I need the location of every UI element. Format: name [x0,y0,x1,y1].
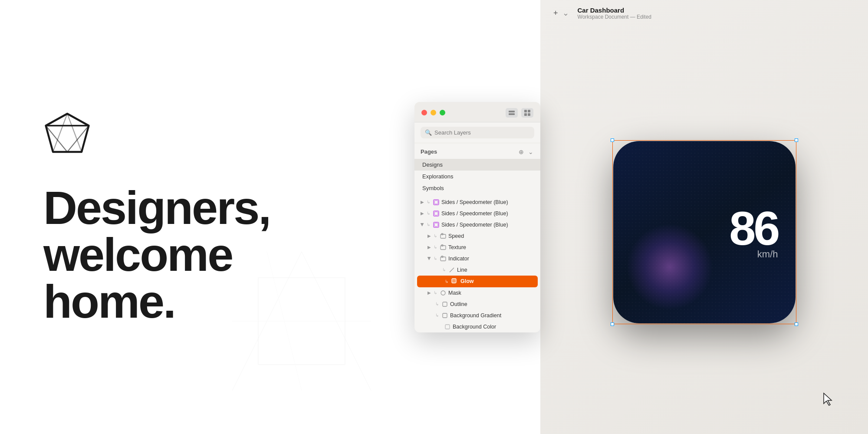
left-section: Designers, welcome home. [0,0,414,434]
canvas-area: 86 km/h [540,30,868,434]
svg-rect-22 [434,201,438,204]
svg-rect-36 [443,302,447,306]
chevron-icon: ▶ [427,245,431,250]
svg-line-5 [67,114,89,126]
layer-label: Sides / Speedometer (Blue) [441,210,508,217]
outline-icon [441,301,448,308]
handle-tl[interactable] [611,138,614,142]
file-info: Car Dashboard Workspace Document — Edite… [578,7,652,20]
app-topbar: + ⌄ Car Dashboard Workspace Document — E… [540,0,868,26]
page-item-explorations[interactable]: Explorations [414,171,540,182]
file-name: Car Dashboard [578,7,652,14]
chevron-icon: ▶ [427,233,431,238]
chevron-down-icon[interactable]: ⌄ [562,8,569,18]
search-input-wrapper[interactable]: 🔍 [421,127,534,138]
chevron-icon: ▶ [420,223,425,227]
decorative-lines [232,252,371,391]
svg-point-35 [441,291,445,295]
layer-artboard-1[interactable]: ▶ ↳ Sides / Speedometer (Blue) [414,197,540,208]
layer-label: Texture [448,244,466,250]
layer-label: Outline [450,301,467,307]
pages-section: Pages ⊕ ⌄ [414,143,540,159]
file-subtitle: Workspace Document — Edited [578,14,652,20]
close-button[interactable] [421,110,427,115]
svg-rect-24 [434,212,438,215]
speed-display: 86 km/h [729,204,778,260]
headline-line1: Designers, [43,184,371,231]
layer-label: Speed [448,233,464,239]
line-icon [448,266,455,273]
mouse-cursor [823,392,833,408]
sketch-window: 🔍 Pages ⊕ ⌄ Designs Explorations Symbols… [414,102,540,332]
layer-label: Mask [448,290,461,296]
artboard-icon [433,221,440,228]
layer-label: Sides / Speedometer (Blue) [441,222,508,228]
rectangle-empty-icon [444,323,451,330]
pages-list: Designs Explorations Symbols [414,159,540,197]
sketch-logo [43,109,371,158]
svg-rect-26 [434,223,438,227]
layer-label: Background Gradient [450,312,501,319]
layer-speed[interactable]: ▶ ↳ Speed [414,230,540,242]
artboard-icon [433,210,440,217]
add-page-button[interactable]: ⊕ [518,148,525,156]
svg-rect-20 [528,113,530,116]
dashboard-glow [626,224,713,310]
layer-label: Line [457,267,467,273]
group-icon [440,255,447,262]
page-item-designs[interactable]: Designs [414,159,540,171]
handle-tr[interactable] [795,138,798,142]
chevron-icon: ▶ [427,290,431,295]
layer-texture[interactable]: ▶ ↳ Texture [414,242,540,253]
speed-number: 86 [729,204,778,252]
group-icon [440,233,447,240]
layer-line[interactable]: ↳ Line [414,264,540,276]
layer-glow[interactable]: ↳ Glow [417,276,538,287]
right-section: + ⌄ Car Dashboard Workspace Document — E… [540,0,868,434]
layer-label: Background Color [453,324,496,330]
svg-rect-19 [524,113,527,116]
svg-rect-15 [509,111,515,112]
chevron-icon: ▶ [421,211,424,216]
maximize-button[interactable] [440,110,445,115]
layer-artboard-2[interactable]: ▶ ↳ Sides / Speedometer (Blue) [414,208,540,219]
layer-indicator[interactable]: ▶ ↳ Indicator [414,253,540,264]
search-input[interactable] [434,129,530,136]
svg-rect-34 [452,279,456,283]
window-grid-btn[interactable] [521,108,533,118]
page-item-symbols[interactable]: Symbols [414,182,540,194]
svg-line-4 [46,114,68,126]
layer-label: Glow [460,278,474,284]
group-icon [440,244,447,251]
rectangle-icon [441,312,448,319]
layer-bg-color[interactable]: Background Color [414,321,540,332]
car-dashboard: 86 km/h [613,141,796,323]
svg-rect-17 [524,110,527,112]
layer-mask[interactable]: ▶ ↳ Mask [414,287,540,299]
svg-rect-18 [528,110,530,112]
search-icon: 🔍 [425,129,432,136]
layer-bg-gradient[interactable]: ↳ Background Gradient [414,310,540,321]
window-layout-btn[interactable] [506,108,518,118]
chevron-icon: ▶ [421,200,424,204]
pages-label: Pages [421,148,437,155]
layer-outline[interactable]: ↳ Outline [414,299,540,310]
window-titlebar [414,102,540,122]
shape-icon [451,278,457,285]
handle-bl[interactable] [611,322,614,326]
search-bar: 🔍 [414,122,540,143]
car-dashboard-container: 86 km/h [613,141,796,323]
minimize-button[interactable] [431,110,436,115]
svg-line-33 [450,268,454,272]
chevron-icon: ▶ [427,257,432,260]
layers-section: ▶ ↳ Sides / Speedometer (Blue) ▶ ↳ Sides… [414,197,540,332]
svg-rect-16 [509,113,515,115]
layer-label: Indicator [448,256,469,262]
svg-rect-37 [443,313,447,318]
layer-artboard-3[interactable]: ▶ ↳ Sides / Speedometer (Blue) [414,219,540,230]
add-button[interactable]: + [553,9,558,18]
handle-br[interactable] [795,322,798,326]
layer-label: Sides / Speedometer (Blue) [441,199,508,205]
pages-chevron[interactable]: ⌄ [527,148,534,156]
artboard-icon [433,199,440,206]
